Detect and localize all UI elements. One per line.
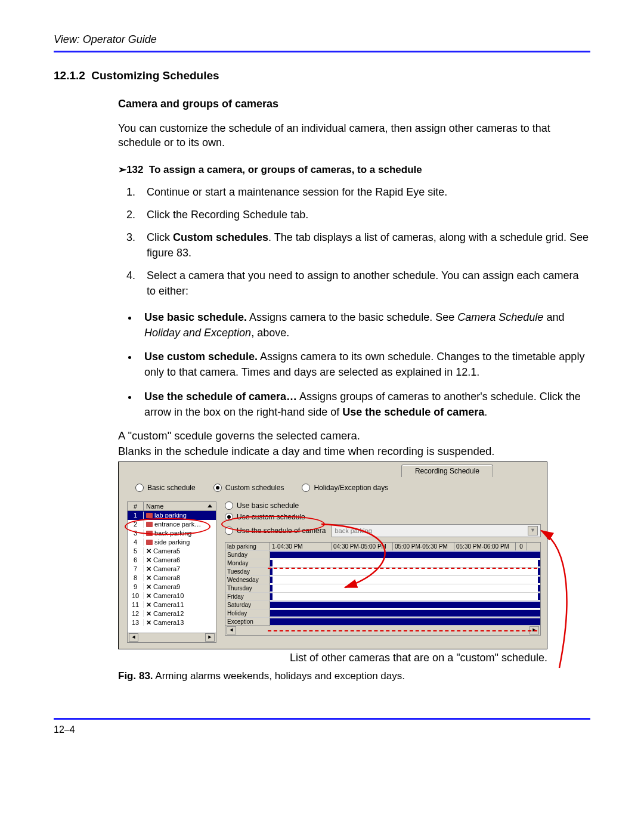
col-name: Name: [146, 503, 163, 510]
time-col: 05:00 PM-05:30 PM: [393, 543, 454, 550]
annotation-line-2: Blanks in the schedule indicate a day an…: [118, 445, 590, 458]
camera-row[interactable]: 8✕Camera8: [128, 574, 216, 583]
step-2: Click the Recording Schedule tab.: [138, 207, 590, 222]
radio-use-basic[interactable]: Use basic schedule: [225, 501, 541, 510]
grid-body[interactable]: SundayMondayTuesdayWednesdayThursdayFrid…: [225, 550, 540, 625]
subsection-heading: Camera and groups of cameras: [118, 98, 590, 110]
annotation-bottom: List of other cameras that are on a "cus…: [118, 652, 547, 664]
camera-list-header[interactable]: # Name: [127, 501, 216, 511]
option-bullets: Use basic schedule. Assigns camera to th…: [118, 309, 590, 420]
bullet-custom: Use custom schedule. Assigns camera to i…: [138, 349, 590, 380]
x-icon: ✕: [146, 593, 151, 599]
bullet-other-camera: Use the schedule of camera… Assigns grou…: [138, 389, 590, 420]
header-rule: [54, 51, 590, 52]
grid-row[interactable]: Friday: [225, 592, 540, 600]
camera-row[interactable]: 13✕Camera13: [128, 618, 216, 627]
grid-row[interactable]: Thursday: [225, 584, 540, 592]
day-label: Holiday: [225, 609, 270, 617]
figure-83: A "custom" scedule governs the selected …: [118, 429, 590, 682]
tab-bar: Recording Schedule: [119, 462, 547, 478]
camera-row[interactable]: 11✕Camera11: [128, 600, 216, 609]
scroll-left-icon[interactable]: ◄: [227, 626, 236, 634]
figure-label: Fig. 83.: [118, 670, 153, 682]
x-icon: ✕: [146, 584, 151, 590]
annotation-oval-selected-camera: [125, 518, 210, 535]
procedure-steps: Continue or start a maintenance session …: [118, 184, 590, 299]
chevron-down-icon[interactable]: ▼: [528, 526, 538, 535]
day-label: Monday: [225, 559, 270, 567]
camera-row[interactable]: 12✕Camera12: [128, 609, 216, 618]
camera-icon: [146, 540, 153, 545]
annotation-dash-exception: [268, 630, 537, 631]
time-col: 04:30 PM-05:00 PM: [332, 543, 393, 550]
day-label: Tuesday: [225, 568, 270, 575]
annotation-oval-use-custom: [221, 516, 325, 532]
camera-icon: [146, 513, 153, 518]
footer-rule: [54, 718, 590, 720]
grid-corner: lab parking: [225, 543, 270, 550]
camera-row[interactable]: 6✕Camera6: [128, 556, 216, 565]
grid-row[interactable]: Wednesday: [225, 575, 540, 584]
schedule-mode-radios: Basic schedule Custom schedules Holiday/…: [119, 478, 547, 501]
scroll-right-icon[interactable]: ►: [205, 633, 215, 642]
camera-row[interactable]: 5✕Camera5: [128, 547, 216, 556]
grid-row[interactable]: Sunday: [225, 550, 540, 559]
time-col: 1-04:30 PM: [270, 543, 332, 550]
x-icon: ✕: [146, 602, 151, 608]
day-label: Friday: [225, 593, 270, 600]
sort-asc-icon: [208, 504, 212, 507]
running-header: View: Operator Guide: [54, 33, 590, 46]
x-icon: ✕: [146, 611, 151, 617]
annotation-dash-sunday: [268, 568, 537, 569]
day-label: Saturday: [225, 601, 270, 609]
tab-recording-schedule[interactable]: Recording Schedule: [401, 465, 493, 477]
time-col: 05:30 PM-06:00 PM: [454, 543, 516, 550]
step-4: Select a camera that you need to assign …: [138, 268, 590, 299]
grid-header: lab parking 1-04:30 PM 04:30 PM-05:00 PM…: [225, 543, 540, 550]
camera-list-hscroll[interactable]: ◄ ►: [127, 633, 216, 643]
grid-row[interactable]: Monday: [225, 559, 540, 567]
combo-value: back parking: [335, 527, 371, 534]
camera-row[interactable]: 7✕Camera7: [128, 565, 216, 574]
x-icon: ✕: [146, 575, 151, 581]
x-icon: ✕: [146, 620, 151, 626]
col-number: #: [128, 502, 144, 510]
procedure-title: To assign a camera, or groups of cameras…: [149, 164, 422, 175]
radio-icon: [302, 484, 310, 492]
figure-caption: Fig. 83. Arming alarms weekends, holiday…: [118, 670, 590, 682]
other-camera-combo[interactable]: back parking ▼: [332, 524, 541, 537]
bullet-basic: Use basic schedule. Assigns camera to th…: [138, 309, 590, 340]
radio-basic-schedule[interactable]: Basic schedule: [135, 484, 196, 492]
grid-row[interactable]: Holiday: [225, 609, 540, 617]
grid-row[interactable]: Saturday: [225, 600, 540, 609]
radio-custom-schedules[interactable]: Custom schedules: [213, 484, 284, 492]
day-label: Thursday: [225, 584, 270, 592]
intro-paragraph: You can customize the schedule of an ind…: [118, 121, 590, 150]
step-3: Click Custom schedules. The tab displays…: [138, 230, 590, 261]
step-1: Continue or start a maintenance session …: [138, 184, 590, 200]
procedure-marker: ➢132: [118, 164, 143, 175]
camera-row[interactable]: 10✕Camera10: [128, 592, 216, 600]
grid-row[interactable]: Exception: [225, 617, 540, 625]
radio-icon: [213, 484, 222, 492]
page-number: 12–4: [54, 724, 590, 735]
radio-icon: [225, 501, 233, 510]
figure-text: Arming alarms weekends, holidays and exc…: [153, 670, 405, 682]
day-label: Wednesday: [225, 576, 270, 584]
camera-row[interactable]: 9✕Camera9: [128, 583, 216, 592]
radio-holiday-exception[interactable]: Holiday/Exception days: [302, 484, 388, 492]
section-title: Customizing Schedules: [91, 69, 219, 82]
screenshot-recording-schedule: Recording Schedule Basic schedule Custom…: [118, 462, 547, 649]
x-icon: ✕: [146, 557, 151, 563]
section-number: 12.1.2: [54, 69, 85, 82]
radio-icon: [135, 484, 144, 492]
scroll-left-icon[interactable]: ◄: [129, 633, 138, 642]
schedule-grid[interactable]: lab parking 1-04:30 PM 04:30 PM-05:00 PM…: [225, 542, 541, 636]
x-icon: ✕: [146, 548, 151, 555]
day-label: Sunday: [225, 551, 270, 559]
annotation-line-1: A "custom" scedule governs the selected …: [118, 429, 590, 442]
day-label: Exception: [225, 618, 270, 625]
camera-row[interactable]: 4side parking: [128, 538, 216, 547]
x-icon: ✕: [146, 566, 151, 572]
time-col-extra: 0: [516, 543, 527, 550]
